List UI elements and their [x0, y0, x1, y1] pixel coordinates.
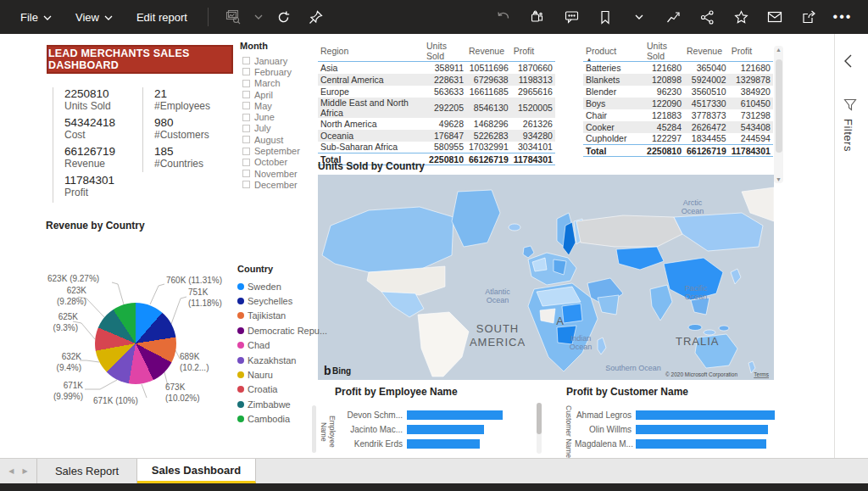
legend-item[interactable]: Seychelles	[237, 293, 318, 308]
month-checkbox-august[interactable]: August	[240, 134, 316, 145]
comment-icon[interactable]	[554, 0, 588, 34]
legend-dot-icon	[237, 416, 244, 422]
table-total-row: Total22508106612671911784301	[583, 145, 773, 157]
legend-item[interactable]: Nauru	[237, 367, 318, 382]
employee-chart-title: Profit by Employee Name	[335, 386, 458, 398]
legend-item[interactable]: Cambodia	[237, 412, 318, 427]
bing-logo: b Bing	[324, 364, 351, 377]
svg-text:Ocean: Ocean	[685, 293, 708, 301]
scrollbar-thumb[interactable]	[537, 403, 542, 434]
table-row[interactable]: Oceania1768475226283934280	[318, 130, 555, 142]
edit-report-button[interactable]: Edit report	[125, 0, 199, 34]
kpi-cost: 54342418Cost	[64, 116, 115, 141]
month-checkbox-july[interactable]: July	[240, 123, 316, 134]
region-table: Region Units Sold Revenue Profit Asia358…	[318, 41, 555, 165]
month-checkbox-september[interactable]: September	[240, 145, 316, 156]
table-row[interactable]: North America496281468296261326	[318, 118, 555, 130]
file-menu[interactable]: File	[8, 0, 64, 34]
month-checkbox-may[interactable]: May	[240, 100, 316, 111]
month-checkbox-april[interactable]: April	[240, 89, 316, 100]
page-nav-arrows: ◀ ▶	[0, 459, 37, 483]
legend-item[interactable]: Sweden	[237, 279, 318, 293]
bar[interactable]	[636, 439, 766, 449]
previous-page-icon[interactable]: ◀	[8, 467, 14, 475]
bar[interactable]	[407, 410, 503, 420]
legend-item[interactable]: Tajikistan	[237, 309, 318, 323]
svg-text:Indian: Indian	[570, 334, 592, 343]
month-checkbox-february[interactable]: February	[240, 66, 316, 77]
bar[interactable]	[636, 425, 768, 434]
bookmark-icon[interactable]	[588, 0, 622, 34]
employee-chart-scrollbar[interactable]	[537, 403, 542, 454]
tab-sales-dashboard[interactable]: Sales Dashboard	[137, 459, 256, 483]
month-checkbox-june[interactable]: June	[240, 111, 316, 122]
filters-pane-label[interactable]: Filters	[842, 119, 854, 152]
legend-item[interactable]: Democratic Repu...	[237, 323, 318, 338]
pin-icon[interactable]	[300, 0, 332, 34]
profit-by-customer-chart: Profit by Customer Name Customer Name Ah…	[558, 382, 795, 458]
pie-chart[interactable]	[95, 303, 176, 384]
table-row[interactable]: Blender962303560510384920	[583, 86, 773, 98]
pie-label-cambodia: 623K (9.27%)	[47, 274, 99, 285]
table-row[interactable]: Middle East and North Africa292205854613…	[318, 98, 555, 118]
view-menu[interactable]: View	[64, 0, 125, 34]
table-row[interactable]: Central America22863167296381198313	[318, 74, 555, 86]
tab-sales-report[interactable]: Sales Report	[37, 459, 137, 483]
bar[interactable]	[636, 410, 775, 420]
map-copyright: © 2020 Microsoft Corporation	[665, 371, 737, 378]
svg-text:Arctic: Arctic	[683, 198, 703, 207]
legend-item[interactable]: Kazakhstan	[237, 353, 318, 367]
chevron-down-icon[interactable]	[622, 0, 656, 34]
table-row[interactable]: Blankets12089859240021329878	[583, 74, 773, 86]
map-terms-link[interactable]: Terms	[754, 371, 769, 377]
filter-funnel-icon[interactable]	[843, 98, 857, 114]
product-table-scrollbar[interactable]: ▲ ▼	[774, 46, 783, 183]
bar[interactable]	[407, 425, 484, 434]
table-row[interactable]: Asia358911105116961870660	[318, 62, 555, 74]
usage-metrics-icon[interactable]	[656, 0, 690, 34]
refresh-icon[interactable]	[268, 0, 300, 34]
month-checkbox-january[interactable]: January	[240, 55, 316, 66]
subscribe-envelope-icon[interactable]	[758, 0, 792, 34]
table-row[interactable]: Europe563633166116852965616	[318, 86, 555, 98]
undo-icon[interactable]	[487, 0, 520, 34]
file-menu-label: File	[20, 11, 38, 24]
bar-row: Devon Schm...	[331, 410, 542, 420]
table-row[interactable]: Sub-Saharan Africa580955170329913034101	[318, 142, 555, 153]
table-header-row[interactable]: Product▲ Units Sold Revenue Profit	[583, 41, 773, 62]
collapse-pane-chevron-icon[interactable]	[844, 54, 852, 71]
table-row[interactable]: Cooker452842626472543408	[583, 121, 773, 133]
bar[interactable]	[407, 439, 480, 449]
chevron-down-icon[interactable]	[249, 0, 268, 34]
svg-text:AMERICA: AMERICA	[470, 336, 526, 349]
pie-visual-scrollbar[interactable]	[312, 405, 316, 453]
scrollbar-thumb[interactable]	[776, 59, 782, 153]
pie-label-chad: 671K (10%)	[93, 396, 138, 407]
map-title: Units Sold by Country	[318, 160, 425, 172]
bar-row: Kendrik Erds	[331, 438, 542, 449]
scroll-down-icon[interactable]: ▼	[774, 176, 783, 182]
table-row[interactable]: Batteries121680365040121680	[583, 62, 773, 74]
units-sold-map[interactable]: Arctic Ocean Atlantic Ocean Pacific Ocea…	[318, 175, 774, 380]
scroll-up-icon[interactable]: ▲	[774, 47, 783, 53]
next-page-icon[interactable]: ▶	[23, 467, 28, 475]
month-checkbox-december[interactable]: December	[240, 179, 316, 190]
table-row[interactable]: Chair1218833778373731298	[583, 109, 773, 121]
month-checkbox-march[interactable]: March	[240, 78, 316, 89]
month-checkbox-november[interactable]: November	[240, 168, 316, 179]
table-row[interactable]: Cupholder1222971834455244594	[583, 133, 773, 145]
favorite-star-icon[interactable]	[724, 0, 758, 34]
explore-icon[interactable]	[217, 0, 249, 34]
bar-row: Olin Willms	[575, 424, 791, 434]
share-icon[interactable]	[792, 0, 826, 34]
legend-item[interactable]: Zimbabwe	[237, 397, 318, 411]
month-checkbox-october[interactable]: October	[240, 157, 316, 168]
legend-item[interactable]: Croatia	[237, 382, 318, 397]
more-options-icon[interactable]: •••	[826, 0, 860, 34]
kpi-column-right: 21#Employees 980#Customers 185#Countries	[142, 87, 210, 172]
table-row[interactable]: Boys1220904517330610450	[583, 98, 773, 109]
legend-item[interactable]: Chad	[237, 338, 318, 353]
teams-icon[interactable]	[520, 0, 554, 34]
share-nodes-icon[interactable]	[690, 0, 724, 34]
table-header-row[interactable]: Region Units Sold Revenue Profit	[318, 41, 555, 62]
